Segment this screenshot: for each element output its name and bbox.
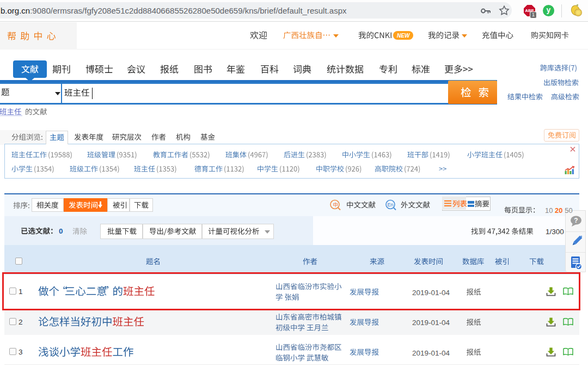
svg-text:?: ? [574,217,578,224]
